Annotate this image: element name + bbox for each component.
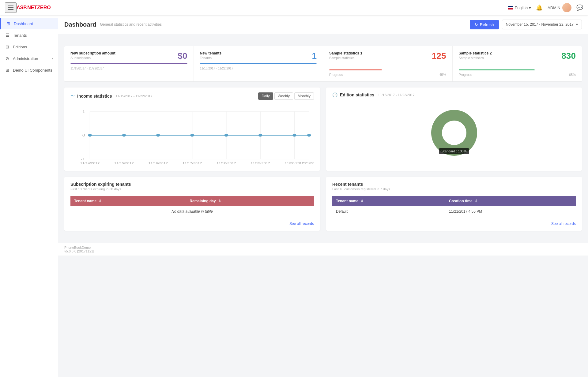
sidebar-item-editions[interactable]: ⊡ Editions	[0, 41, 58, 53]
sidebar-item-tenants[interactable]: ☰ Tenants	[0, 29, 58, 41]
sidebar-item-demo-ui[interactable]: ⊞ Demo UI Components	[0, 64, 58, 76]
col-tenant-name: Tenant name ⇕	[332, 196, 445, 206]
stat-card-subscription: New subscription amount Subscriptions $0…	[64, 46, 194, 81]
chevron-right-icon: ›	[52, 57, 53, 60]
see-all-link[interactable]: See all records	[70, 222, 314, 226]
svg-point-31	[442, 121, 466, 145]
svg-point-19	[258, 134, 262, 137]
svg-text:0: 0	[82, 134, 85, 137]
notification-button[interactable]: 🔔	[536, 4, 543, 11]
stat-bar	[200, 63, 317, 64]
recent-tenants-card: Recent tenants Last 10 customers registe…	[326, 177, 582, 231]
chevron-down-icon: ▾	[576, 22, 578, 27]
sidebar-item-label: Tenants	[13, 33, 27, 38]
sidebar-item-administration[interactable]: ⊙ Administration ›	[0, 53, 58, 64]
page-subtitle: General statistics and recent activities	[100, 22, 161, 27]
language-label: English	[514, 6, 528, 10]
chevron-down-icon: ▾	[529, 6, 531, 10]
footer-app-name: PhoneBookDemo	[64, 246, 582, 249]
table-title: Subscription expiring tenants	[70, 182, 314, 187]
income-line-chart: 1 0 -1	[70, 105, 314, 166]
table-header: Tenant name ⇕ Creation time ⇕	[332, 196, 576, 206]
footer-version: v5.0.0.0 [20171121]	[64, 249, 582, 253]
stat-bar	[459, 69, 535, 70]
editions-icon: ⊡	[5, 44, 10, 49]
subscription-table-card: Subscription expiring tenants First 10 c…	[64, 177, 320, 231]
language-button[interactable]: English ▾	[508, 6, 531, 10]
stat-date: 11/15/2017 - 11/22/2017	[70, 67, 187, 70]
sort-icon: ⇕	[99, 199, 102, 203]
brand-name-part2: ZERO	[37, 5, 51, 10]
tab-daily[interactable]: Daily	[258, 92, 273, 100]
subscription-table: Tenant name ⇕ Remaining day ⇕	[70, 196, 314, 217]
table-subtitle: First 10 clients expiring in 30 days...	[70, 187, 314, 191]
stat-card-sample2: Sample statistics 2 Sample statistics 83…	[453, 46, 582, 81]
chart-title: Income statistics	[77, 94, 112, 99]
donut-tooltip: Standard : 100%	[439, 148, 469, 154]
admin-button[interactable]: ADMIN	[548, 3, 571, 12]
tab-weekly[interactable]: Weekly	[274, 92, 293, 100]
stat-value: $0	[178, 51, 187, 61]
see-all-link[interactable]: See all records	[332, 222, 576, 226]
sidebar-item-label: Administration	[13, 56, 38, 61]
recent-tenants-table: Tenant name ⇕ Creation time ⇕	[332, 196, 576, 217]
donut-chart-container: Standard : 100%	[332, 102, 576, 163]
income-statistics-card: 〜 Income statistics 11/15/2017 - 11/22/2…	[64, 88, 320, 171]
sort-icon: ⇕	[475, 199, 478, 203]
progress-value: 45%	[439, 73, 446, 77]
chart-date-range: 11/15/2017 - 11/22/2017	[116, 94, 153, 98]
col-remaining-day: Remaining day ⇕	[186, 196, 314, 206]
col-tenant-name: Tenant name ⇕	[70, 196, 186, 206]
svg-text:11/16/2017: 11/16/2017	[148, 162, 168, 165]
sidebar: ⊞ Dashboard ☰ Tenants ⊡ Editions ⊙ Admin…	[0, 15, 58, 377]
col-creation-time: Creation time ⇕	[445, 196, 576, 206]
stat-label: New tenants	[200, 51, 317, 55]
brand-name-part1: ASP.NET	[17, 5, 37, 10]
dashboard-icon: ⊞	[6, 21, 11, 26]
stat-card-sample1: Sample statistics 1 Sample statistics 12…	[323, 46, 453, 81]
stat-value: 830	[561, 51, 576, 61]
svg-point-18	[224, 134, 228, 137]
sidebar-item-label: Demo UI Components	[13, 68, 52, 73]
charts-row: 〜 Income statistics 11/15/2017 - 11/22/2…	[64, 88, 582, 171]
progress-label: Progross	[329, 73, 343, 77]
stat-value: 1	[312, 51, 317, 61]
hamburger-button[interactable]	[5, 2, 17, 13]
stat-label: Sample statistics 2	[459, 51, 576, 55]
sidebar-item-dashboard[interactable]: ⊞ Dashboard	[0, 18, 58, 29]
tab-monthly[interactable]: Monthly	[294, 92, 314, 100]
chart-tabs: Daily Weekly Monthly	[258, 92, 314, 100]
nav-right-section: English ▾ 🔔 ADMIN 💬	[508, 3, 583, 12]
chart-title: Edition statistics	[340, 92, 374, 97]
svg-text:11/18/2017: 11/18/2017	[217, 162, 236, 165]
chart-header: 〜 Income statistics 11/15/2017 - 11/22/2…	[70, 92, 314, 100]
main-body: ⊞ Dashboard ☰ Tenants ⊡ Editions ⊙ Admin…	[0, 15, 588, 377]
date-range-picker[interactable]: November 15, 2017 - November 22, 2017 ▾	[502, 20, 582, 29]
chat-button[interactable]: 💬	[576, 4, 583, 11]
page-header: Dashboard General statistics and recent …	[58, 15, 588, 34]
stat-label: New subscription amount	[70, 51, 187, 55]
table-body: No data available in table	[70, 206, 314, 217]
table-header: Tenant name ⇕ Remaining day ⇕	[70, 196, 314, 206]
table-body: Default 11/21/2017 4:55 PM	[332, 206, 576, 217]
stat-bar	[329, 69, 382, 70]
svg-point-15	[122, 134, 126, 137]
svg-point-21	[307, 134, 311, 137]
svg-point-16	[156, 134, 160, 137]
stat-card-tenants: New tenants Tenants 1 11/15/2017 - 11/22…	[194, 46, 323, 81]
brand-logo: ASP.NETZERO	[17, 5, 51, 10]
creation-time-cell: 11/21/2017 4:55 PM	[445, 206, 576, 217]
avatar	[562, 3, 571, 12]
admin-label: ADMIN	[548, 6, 560, 10]
brand-text: ASP.NETZERO	[17, 5, 51, 10]
progress-value: 65%	[569, 73, 576, 77]
sidebar-item-label: Dashboard	[14, 21, 33, 26]
svg-point-17	[190, 134, 194, 137]
stat-sublabel: Sample statistics	[329, 56, 446, 60]
income-chart-area: 1 0 -1	[70, 105, 314, 166]
stat-sublabel: Subscriptions	[70, 56, 187, 60]
stat-bar	[70, 63, 187, 64]
administration-icon: ⊙	[5, 56, 10, 61]
sort-icon: ⇕	[218, 199, 221, 203]
refresh-button[interactable]: ↻ Refresh	[470, 20, 499, 29]
